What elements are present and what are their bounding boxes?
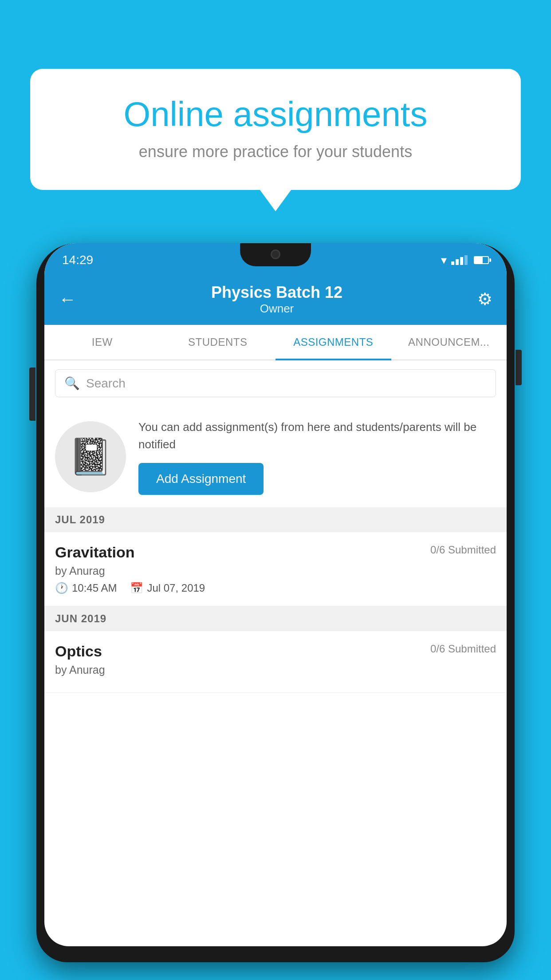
signal-bar-2 <box>456 259 459 265</box>
phone-outer: 14:29 ▾ ← Phys <box>36 243 515 962</box>
status-icons: ▾ <box>441 253 489 267</box>
header-center: Physics Batch 12 Owner <box>76 283 477 316</box>
phone-screen: 14:29 ▾ ← Phys <box>44 243 507 946</box>
assignment-meta-gravitation: 🕐 10:45 AM 📅 Jul 07, 2019 <box>55 582 496 594</box>
notch <box>240 243 311 266</box>
assignment-submitted-optics: 0/6 Submitted <box>430 643 496 655</box>
assignment-name-gravitation: Gravitation <box>55 544 134 561</box>
notch-camera <box>271 249 280 259</box>
assignment-header-optics: Optics 0/6 Submitted <box>55 643 496 660</box>
assignment-author-gravitation: by Anurag <box>55 565 496 577</box>
assignment-author-optics: by Anurag <box>55 664 496 676</box>
tab-announcements[interactable]: ANNOUNCEM... <box>391 325 507 360</box>
settings-button[interactable]: ⚙ <box>477 289 492 309</box>
speech-bubble: Online assignments ensure more practice … <box>30 69 521 190</box>
tab-assignments[interactable]: ASSIGNMENTS <box>276 325 391 360</box>
clock-icon: 🕐 <box>55 582 68 594</box>
assignment-date-value: Jul 07, 2019 <box>147 582 205 594</box>
tab-iew[interactable]: IEW <box>44 325 160 360</box>
header-title: Physics Batch 12 <box>76 283 477 302</box>
assignment-time: 🕐 10:45 AM <box>55 582 117 594</box>
search-container: 🔍 Search <box>44 360 507 406</box>
assignment-time-value: 10:45 AM <box>72 582 117 594</box>
signal-bar-1 <box>451 261 454 265</box>
wifi-icon: ▾ <box>441 253 447 267</box>
search-bar[interactable]: 🔍 Search <box>55 369 496 397</box>
notebook-icon: 📓 <box>68 436 113 478</box>
month-separator-jun: JUN 2019 <box>44 606 507 631</box>
assignment-header: Gravitation 0/6 Submitted <box>55 544 496 561</box>
assignment-name-optics: Optics <box>55 643 102 660</box>
battery-fill <box>475 257 483 263</box>
back-button[interactable]: ← <box>59 289 76 309</box>
phone-container: 14:29 ▾ ← Phys <box>36 235 515 980</box>
speech-bubble-subtitle: ensure more practice for your students <box>61 142 490 161</box>
speech-bubble-container: Online assignments ensure more practice … <box>30 69 521 190</box>
signal-bar-4 <box>464 255 468 265</box>
month-separator-jul: JUL 2019 <box>44 507 507 532</box>
add-assignment-desc: You can add assignment(s) from here and … <box>138 419 496 453</box>
search-placeholder: Search <box>86 376 126 391</box>
header-subtitle: Owner <box>76 302 477 316</box>
tab-students[interactable]: STUDENTS <box>160 325 276 360</box>
assignment-date: 📅 Jul 07, 2019 <box>130 582 205 594</box>
assignment-icon-circle: 📓 <box>55 421 126 492</box>
assignment-submitted-gravitation: 0/6 Submitted <box>430 544 496 556</box>
assignment-item-optics[interactable]: Optics 0/6 Submitted by Anurag <box>44 631 507 693</box>
calendar-icon: 📅 <box>130 582 143 594</box>
app-header: ← Physics Batch 12 Owner ⚙ <box>44 273 507 325</box>
add-assignment-button[interactable]: Add Assignment <box>138 463 264 495</box>
add-assignment-section: 📓 You can add assignment(s) from here an… <box>44 406 507 507</box>
status-time: 14:29 <box>62 253 93 267</box>
signal-bar-3 <box>460 257 463 265</box>
speech-bubble-title: Online assignments <box>61 95 490 134</box>
assignment-item-gravitation[interactable]: Gravitation 0/6 Submitted by Anurag 🕐 10… <box>44 532 507 606</box>
search-icon: 🔍 <box>64 376 80 391</box>
add-assignment-content: You can add assignment(s) from here and … <box>138 419 496 495</box>
tabs-container: IEW STUDENTS ASSIGNMENTS ANNOUNCEM... <box>44 325 507 360</box>
battery-icon <box>474 256 489 264</box>
signal-bars <box>451 255 468 265</box>
